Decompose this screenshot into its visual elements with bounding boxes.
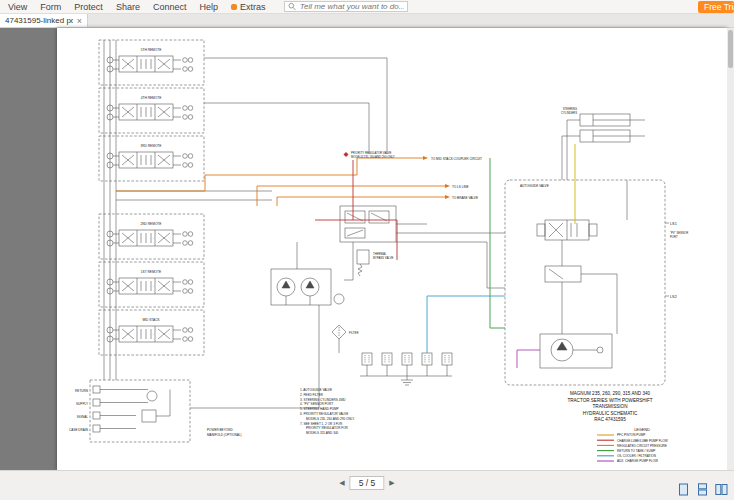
prev-page-button[interactable]: ◀ — [339, 479, 344, 487]
annotation-autoguide: AUTOGUIDE VALVE — [520, 184, 549, 188]
remote-label: 2ND REMOTE — [141, 222, 162, 226]
remote-valve-section-2: 4TH REMOTE — [99, 88, 204, 133]
title-line-5: RAC 47431595 — [594, 417, 626, 422]
page-number-indicator[interactable]: 5 / 5 — [350, 476, 385, 490]
view-mode-controls — [677, 483, 728, 496]
annotation-ls2: LS2 — [670, 295, 677, 299]
remote-label: MID STACK — [142, 318, 160, 322]
circuit-lines — [116, 144, 575, 368]
menu-item-connect[interactable]: Connect — [153, 2, 187, 12]
search-icon — [288, 2, 296, 11]
remote-valve-section-6: MID STACK — [99, 310, 204, 355]
note-line: MODELS 315 AND 340 — [306, 431, 339, 435]
menu-item-protect[interactable]: Protect — [74, 2, 103, 12]
extras-icon — [231, 4, 237, 10]
port-signal-label: SIGNAL — [77, 415, 89, 419]
annotation-mid-stack: TO MID STACK COUPLER CIRCUIT — [431, 157, 482, 161]
vertical-scrollbar[interactable] — [727, 28, 734, 470]
remote-label: 3RD REMOTE — [141, 144, 162, 148]
menu-item-form[interactable]: Form — [40, 2, 61, 12]
title-block: MAGNUM 235, 260, 290, 315 AND 340 TRACTO… — [567, 391, 652, 422]
document-view-area: 5TH REMOTE 4TH REMOTE — [0, 28, 734, 470]
note-line: 7. SEE SHEET 1, 2 OR 3 FOR — [300, 422, 343, 426]
autoguide-valve-assembly — [505, 180, 669, 385]
document-tab[interactable]: 47431595-linked pdf.pdf × — [0, 14, 88, 27]
annotation-filter: FILTER — [349, 331, 358, 335]
menu-bar: View Form Protect Share Connect Help Ext… — [0, 0, 734, 14]
title-line-1: MAGNUM 235, 260, 290, 315 AND 340 — [570, 391, 651, 396]
port-return-label: RETURN — [75, 389, 88, 393]
legend-label-3: REGULATED CIRCUIT PRESSURE — [617, 444, 667, 448]
thermal-bypass-valve — [357, 250, 369, 276]
legend-label-6: AUX. CHARGE PUMP FLOW — [617, 459, 658, 463]
title-line-4: HYDRAULIC SCHEMATIC — [583, 411, 638, 416]
port-case-drain-label: CASE DRAIN — [69, 428, 88, 432]
annotation-priority-2: MODELS 235, 260 AND 290 ONLY — [351, 155, 395, 159]
page-navigation: ◀ 5 / 5 ▶ — [339, 476, 394, 490]
note-line: 1. AUTOGUIDE VALVE — [300, 388, 332, 392]
annotation-brake-valve: TO BRAKE VALVE — [452, 196, 478, 200]
legend-label-2: CHARGE LUBE/LUBE PUMP FLOW — [617, 439, 668, 443]
remote-valve-section-3: 3RD REMOTE — [99, 136, 204, 181]
annotation-ls1: LS1 — [670, 222, 677, 226]
pump-assembly — [271, 242, 353, 305]
free-trial-button[interactable]: Free Trial — [698, 1, 734, 13]
power-beyond-manifold: RETURN SUPPLY SIGNAL CASE DRAIN — [69, 380, 190, 442]
remote-valve-section-1: 5TH REMOTE — [99, 40, 204, 85]
legend-title: LEGEND — [634, 428, 650, 432]
remote-label: 4TH REMOTE — [141, 96, 162, 100]
legend-label-4: RETURN TO TANK / SUMP — [617, 449, 655, 453]
remote-valve-section-4: 2ND REMOTE — [99, 214, 204, 259]
document-tab-bar: 47431595-linked pdf.pdf × — [0, 14, 734, 28]
pdf-page: 5TH REMOTE 4TH REMOTE — [57, 28, 727, 470]
assistant-search-box[interactable] — [284, 1, 408, 12]
remote-label: 1ST REMOTE — [141, 270, 161, 274]
menu-item-help[interactable]: Help — [199, 2, 218, 12]
filter-symbol — [332, 325, 346, 353]
annotation-thermal-2: BYPASS VALVE — [373, 256, 393, 260]
priority-valve-block — [340, 206, 505, 288]
annotation-steering-2: CYLINDERS — [561, 111, 577, 115]
title-line-2: TRACTOR SERIES WITH POWERSHIFT — [567, 398, 652, 403]
continuous-view-icon[interactable] — [696, 483, 709, 496]
single-page-view-icon[interactable] — [677, 483, 690, 496]
title-line-3: TRANSMISSION — [593, 404, 628, 409]
hydraulic-schematic: 5TH REMOTE 4TH REMOTE — [57, 28, 727, 470]
tab-close-icon[interactable]: × — [77, 16, 82, 26]
note-line: MODELS 235, 260 AND 290 ONLY. — [306, 417, 355, 421]
port-supply-label: SUPPLY — [76, 402, 88, 406]
note-line: 4. "PV" SENSOR PORT — [300, 402, 333, 406]
steering-cylinders — [562, 114, 645, 180]
note-line: 2. FEED FILTER — [300, 393, 324, 397]
scrollbar-thumb[interactable] — [728, 30, 733, 68]
menu-item-share[interactable]: Share — [116, 2, 140, 12]
annotation-ls-line: TO LS LINE — [452, 185, 469, 189]
power-beyond-label-2: MANIFOLD (OPTIONAL) — [207, 433, 242, 437]
legend-label-5: OIL COOLER / FILTRATION — [617, 454, 656, 458]
status-bar: ◀ 5 / 5 ▶ — [0, 470, 734, 500]
annotation-pv-sensor-2: PORT — [670, 235, 678, 239]
menu-item-view[interactable]: View — [8, 2, 27, 12]
next-page-button[interactable]: ▶ — [389, 479, 394, 487]
lower-valve-row — [360, 353, 452, 385]
menu-item-extras[interactable]: Extras — [231, 2, 266, 12]
power-beyond-label-1: POWER BEYOND — [207, 428, 233, 432]
legend: LEGEND PFC PISTON PUMP CHARGE LUBE/LUBE … — [597, 428, 668, 463]
document-tab-title: 47431595-linked pdf.pdf — [5, 16, 73, 25]
remote-valve-section-5: 1ST REMOTE — [99, 262, 204, 307]
note-line: 3. STEERING CYLINDERS 4WD — [300, 398, 346, 402]
note-line: 6. PRIORITY REGULATOR VALVE — [300, 412, 348, 416]
notes-list: 1. AUTOGUIDE VALVE 2. FEED FILTER 3. STE… — [300, 388, 355, 435]
facing-view-icon[interactable] — [715, 483, 728, 496]
search-input[interactable] — [297, 2, 405, 11]
legend-label-1: PFC PISTON PUMP — [617, 433, 645, 437]
menu-item-extras-label: Extras — [240, 2, 266, 12]
note-line: 5. STEERING HAND PUMP — [300, 407, 339, 411]
remote-label: 5TH REMOTE — [141, 48, 162, 52]
note-line: PRIORITY REGULATOR FOR — [306, 426, 349, 430]
